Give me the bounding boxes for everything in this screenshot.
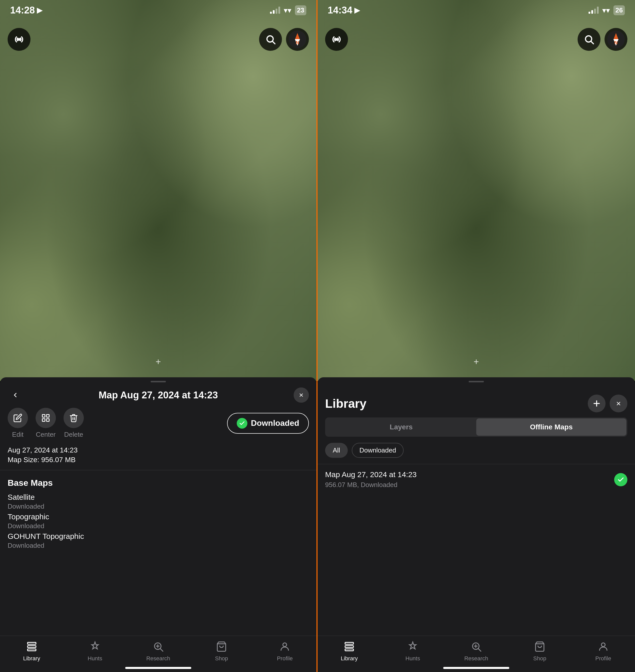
map-list-item[interactable]: Map Aug 27, 2024 at 14:23 956.07 MB, Dow…: [318, 464, 635, 495]
right-sheet-handle: [468, 381, 484, 382]
tab-bar: Library Hunts: [0, 636, 316, 672]
layer-topographic: Topographic Downloaded: [8, 513, 309, 530]
tab-research[interactable]: Research: [143, 640, 174, 662]
right-location-arrow-icon: ▶: [354, 6, 360, 15]
terrain-layer: [0, 0, 316, 381]
center-icon-circle: [36, 408, 56, 428]
filter-row: All Downloaded: [318, 443, 635, 464]
sheet-title: Map Aug 27, 2024 at 14:23: [23, 390, 293, 400]
right-map-background: 14:34 ▶ ▾▾ 26: [318, 0, 635, 381]
map-check-icon: [617, 476, 624, 483]
svg-line-11: [160, 649, 163, 651]
tab-profile[interactable]: Profile: [269, 640, 300, 662]
right-radio-button[interactable]: [325, 28, 348, 51]
svg-line-18: [591, 41, 594, 44]
map-downloaded-check: [614, 473, 627, 486]
edit-button[interactable]: Edit: [8, 408, 28, 438]
time-display: 14:28 ▶: [10, 5, 42, 16]
base-maps-section: Base Maps Satellite Downloaded Topograph…: [0, 470, 316, 549]
trash-icon: [69, 413, 78, 422]
map-list-info: Map Aug 27, 2024 at 14:23 956.07 MB, Dow…: [325, 470, 614, 489]
radio-icon: [14, 34, 24, 45]
right-right-controls: N: [577, 28, 627, 51]
library-icon: [25, 640, 38, 653]
center-button[interactable]: Center: [36, 408, 56, 438]
base-maps-title: Base Maps: [8, 478, 309, 488]
filter-all[interactable]: All: [325, 443, 348, 458]
right-tab-hunts[interactable]: Hunts: [397, 640, 428, 662]
edit-icon-circle: [8, 408, 28, 428]
action-row: Edit Center: [0, 408, 316, 446]
svg-line-2: [272, 41, 275, 44]
right-radio-icon: [331, 34, 342, 45]
center-label: Center: [36, 431, 56, 438]
right-tab-research[interactable]: Research: [461, 640, 491, 662]
segment-control: Layers Offline Maps: [325, 417, 627, 437]
right-shop-icon: [533, 640, 546, 653]
radio-button[interactable]: [8, 28, 30, 51]
right-profile-icon: [597, 640, 610, 653]
status-icons: ▾▾ 23: [270, 5, 306, 15]
wifi-icon: ▾▾: [284, 6, 291, 15]
library-add-button[interactable]: [588, 394, 606, 412]
back-button[interactable]: [8, 387, 23, 403]
right-search-button[interactable]: [577, 28, 600, 51]
right-map-crosshair: +: [474, 356, 479, 367]
svg-rect-23: [345, 649, 354, 651]
right-controls: N: [259, 28, 309, 51]
tab-offline-maps[interactable]: Offline Maps: [476, 418, 626, 436]
tab-shop[interactable]: Shop: [206, 640, 237, 662]
layer-gohunt-topographic: GOHUNT Topographic Downloaded: [8, 532, 309, 549]
downloaded-button[interactable]: Downloaded: [227, 413, 309, 434]
close-button[interactable]: ×: [293, 387, 309, 403]
plus-icon: [592, 399, 601, 408]
tab-layers[interactable]: Layers: [326, 418, 476, 436]
right-terrain-layer: [318, 0, 635, 381]
filter-downloaded[interactable]: Downloaded: [352, 443, 404, 458]
layer-satellite: Satellite Downloaded: [8, 493, 309, 511]
right-search-icon: [584, 34, 594, 45]
svg-rect-21: [345, 643, 354, 644]
right-home-indicator: [443, 667, 509, 669]
right-library-icon: [343, 640, 356, 653]
location-arrow-icon: ▶: [37, 6, 42, 15]
chevron-left-icon: [12, 391, 19, 398]
tab-library[interactable]: Library: [17, 640, 47, 662]
edit-label: Edit: [12, 431, 24, 438]
delete-button[interactable]: Delete: [64, 408, 84, 438]
right-signal-icon: [589, 7, 599, 14]
research-icon: [152, 640, 165, 653]
right-tab-profile[interactable]: Profile: [588, 640, 618, 662]
right-compass-button[interactable]: N: [605, 28, 627, 51]
svg-rect-9: [27, 649, 36, 651]
right-tab-shop[interactable]: Shop: [525, 640, 555, 662]
right-time-display: 14:34 ▶: [328, 5, 360, 16]
svg-point-16: [335, 38, 338, 41]
map-crosshair: +: [155, 356, 161, 367]
compass-button[interactable]: N: [286, 28, 309, 51]
status-bar: 14:28 ▶ ▾▾ 23: [0, 0, 316, 20]
search-button[interactable]: [259, 28, 282, 51]
right-battery-icon: 26: [613, 5, 625, 15]
center-icon: [41, 413, 50, 422]
check-icon-circle: [237, 418, 247, 429]
action-buttons: Edit Center: [8, 408, 84, 438]
home-indicator: [125, 667, 191, 669]
svg-rect-7: [27, 643, 36, 644]
library-header: Library ×: [318, 387, 635, 417]
tab-hunts[interactable]: Hunts: [80, 640, 110, 662]
svg-point-0: [18, 38, 21, 41]
svg-rect-8: [27, 646, 36, 647]
map-date: Aug 27, 2024 at 14:23: [8, 446, 309, 454]
library-close-button[interactable]: ×: [610, 394, 627, 412]
right-status-bar: 14:34 ▶ ▾▾ 26: [318, 0, 635, 20]
right-hunts-icon: [406, 640, 419, 653]
sheet-handle: [151, 381, 166, 382]
svg-rect-6: [46, 419, 49, 421]
map-size: Map Size: 956.07 MB: [8, 456, 309, 464]
downloaded-label: Downloaded: [251, 418, 299, 428]
library-sheet: Library × Layers Offline Maps All Downlo…: [318, 377, 635, 672]
right-map-controls: N: [318, 23, 635, 56]
right-status-icons: ▾▾ 26: [589, 5, 625, 15]
right-tab-library[interactable]: Library: [334, 640, 365, 662]
